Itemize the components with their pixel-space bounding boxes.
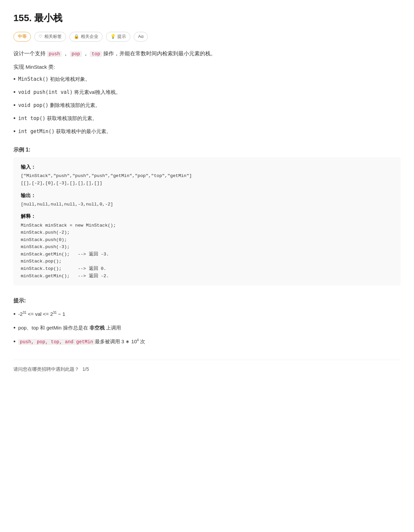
- example-title: 示例 1:: [13, 145, 401, 154]
- tag-related-tags-label: 相关标签: [44, 33, 62, 40]
- hints-title: 提示:: [13, 296, 401, 305]
- code-int-top: int top(): [18, 115, 45, 121]
- tags-row: 中等 ♡ 相关标签 🔒 相关企业 💡 提示 Aα: [13, 32, 401, 42]
- footer-pagination: 1/5: [82, 365, 89, 373]
- output-label: 输出：: [21, 192, 393, 199]
- code-minstack: MinStack(): [18, 76, 48, 82]
- code-void-push: void push(int val): [18, 89, 73, 95]
- bullet-text: int top() 获取堆栈顶部的元素。: [18, 114, 97, 123]
- hint-item-3: push, pop, top, and getMin最多被调用 3 ∗ 104 …: [13, 337, 401, 346]
- input-label: 输入：: [21, 163, 393, 171]
- tag-related-tags[interactable]: ♡ 相关标签: [34, 32, 66, 42]
- hint-item-1: -231 <= val <= 231 − 1: [13, 310, 401, 319]
- list-item: void push(int val) 将元素val推入堆栈。: [13, 88, 401, 97]
- footer: 请问您在哪类招聘中遇到此题？ 1/5: [13, 360, 401, 373]
- explain-label: 解释：: [21, 213, 393, 220]
- description-implement: 实现 MinStack 类:: [13, 63, 401, 71]
- bullet-text: void push(int val) 将元素val推入堆栈。: [18, 88, 121, 97]
- tag-difficulty[interactable]: 中等: [13, 32, 31, 42]
- list-item: void pop() 删除堆栈顶部的元素。: [13, 101, 401, 110]
- tag-lock-icon: 🔒: [74, 33, 79, 40]
- input-content: ["MinStack","push","push","push","getMin…: [21, 172, 393, 187]
- method-list: MinStack() 初始化堆栈对象。 void push(int val) 将…: [13, 75, 401, 136]
- list-item: int top() 获取堆栈顶部的元素。: [13, 114, 401, 123]
- description-main: 设计一个支持 push ， pop ， top 操作，并能在常数时间内检索到最小…: [13, 49, 401, 58]
- tag-font[interactable]: Aα: [134, 32, 148, 42]
- code-void-pop: void pop(): [18, 102, 48, 108]
- page-title: 155. 最小栈: [13, 11, 401, 26]
- tag-related-company[interactable]: 🔒 相关企业: [69, 32, 103, 42]
- bullet-text: void pop() 删除堆栈顶部的元素。: [18, 101, 100, 110]
- tag-related-company-label: 相关企业: [81, 33, 98, 40]
- hint-text-3: push, pop, top, and getMin最多被调用 3 ∗ 104 …: [18, 337, 145, 346]
- list-item: int getMin() 获取堆栈中的最小元素。: [13, 127, 401, 136]
- list-item: MinStack() 初始化堆栈对象。: [13, 75, 401, 84]
- tag-hint[interactable]: 💡 提示: [106, 32, 130, 42]
- hint-text-1: -231 <= val <= 231 − 1: [18, 310, 65, 318]
- bullet-text: int getMin() 获取堆栈中的最小元素。: [18, 127, 111, 136]
- tag-font-icon: Aα: [138, 33, 143, 40]
- difficulty-label: 中等: [18, 33, 26, 40]
- tag-bulb-icon: 💡: [110, 33, 116, 40]
- hint-item-2: pop、top 和 getMin 操作总是在 非空栈 上调用: [13, 323, 401, 333]
- hints-list: -231 <= val <= 231 − 1 pop、top 和 getMin …: [13, 310, 401, 346]
- tag-hint-label: 提示: [117, 33, 126, 40]
- hint-text-2: pop、top 和 getMin 操作总是在 非空栈 上调用: [18, 323, 121, 332]
- tag-heart-icon: ♡: [39, 33, 43, 40]
- output-content: [null,null,null,null,-3,null,0,-2]: [21, 201, 393, 208]
- footer-question: 请问您在哪类招聘中遇到此题？: [13, 365, 79, 373]
- explain-content: MinStack minStack = new MinStack(); minS…: [21, 222, 393, 280]
- bullet-text: MinStack() 初始化堆栈对象。: [18, 75, 90, 84]
- example-block: 输入： ["MinStack","push","push","push","ge…: [13, 157, 401, 286]
- code-int-getmin: int getMin(): [18, 128, 54, 134]
